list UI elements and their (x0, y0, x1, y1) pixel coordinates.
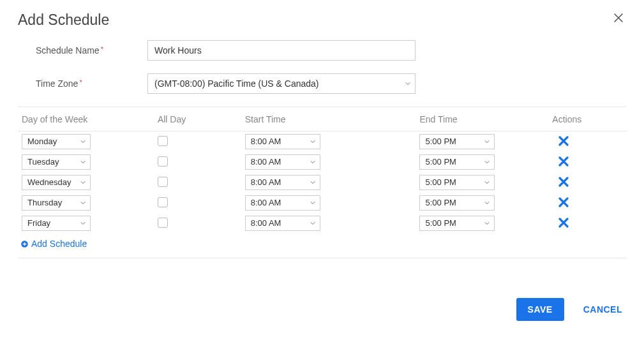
end-time-select[interactable]: 5:00 PM (419, 195, 495, 211)
day-value: Tuesday (27, 155, 59, 169)
day-select[interactable]: Friday (22, 216, 91, 231)
end-time-select[interactable]: 5:00 PM (419, 154, 495, 170)
all-day-checkbox[interactable] (158, 156, 168, 167)
start-time-select[interactable]: 8:00 AM (245, 195, 320, 211)
day-value: Monday (27, 135, 57, 149)
header-start-time: Start Time (241, 107, 416, 131)
table-row: Friday8:00 AM5:00 PM (18, 213, 626, 234)
all-day-checkbox[interactable] (158, 197, 168, 207)
day-select[interactable]: Wednesday (22, 175, 91, 190)
day-value: Friday (27, 216, 50, 230)
delete-row-icon[interactable] (558, 177, 569, 187)
header-all-day: All Day (154, 107, 241, 131)
schedule-name-input[interactable] (147, 40, 416, 61)
day-value: Wednesday (27, 175, 71, 189)
add-schedule-link[interactable]: Add Schedule (18, 234, 89, 251)
end-time-value: 5:00 PM (425, 155, 456, 169)
end-time-select[interactable]: 5:00 PM (419, 134, 495, 149)
table-row: Wednesday8:00 AM5:00 PM (18, 172, 626, 193)
form-area: Schedule Name* Time Zone* (GMT-08:00) Pa… (18, 40, 626, 94)
required-star-icon: * (101, 45, 103, 53)
start-time-value: 8:00 AM (251, 155, 281, 169)
delete-row-icon[interactable] (558, 136, 569, 146)
dialog-title: Add Schedule (18, 11, 109, 29)
schedule-name-label: Schedule Name* (36, 45, 147, 56)
dialog-footer: SAVE CANCEL (18, 298, 626, 321)
start-time-select[interactable]: 8:00 AM (245, 216, 320, 231)
time-zone-label: Time Zone* (36, 78, 147, 89)
header-day: Day of the Week (18, 107, 154, 131)
start-time-value: 8:00 AM (251, 216, 281, 230)
cancel-button[interactable]: CANCEL (580, 304, 626, 315)
delete-row-icon[interactable] (558, 218, 569, 228)
all-day-checkbox[interactable] (158, 177, 168, 187)
header-end-time: End Time (416, 107, 548, 131)
start-time-select[interactable]: 8:00 AM (245, 154, 320, 170)
day-select[interactable]: Tuesday (22, 154, 91, 170)
time-zone-value: (GMT-08:00) Pacific Time (US & Canada) (154, 77, 319, 90)
header-actions: Actions (548, 107, 626, 131)
start-time-value: 8:00 AM (251, 135, 281, 149)
schedule-table: Day of the Week All Day Start Time End T… (18, 107, 626, 234)
dialog-header: Add Schedule (18, 10, 626, 40)
day-select[interactable]: Monday (22, 134, 91, 149)
plus-circle-icon (20, 240, 29, 248)
time-zone-row: Time Zone* (GMT-08:00) Pacific Time (US … (36, 73, 626, 94)
add-schedule-link-text: Add Schedule (31, 239, 87, 249)
end-time-value: 5:00 PM (425, 196, 456, 210)
table-row: Tuesday8:00 AM5:00 PM (18, 152, 626, 172)
table-row: Thursday8:00 AM5:00 PM (18, 193, 626, 213)
end-time-value: 5:00 PM (425, 175, 456, 189)
table-row: Monday8:00 AM5:00 PM (18, 131, 626, 152)
end-time-select[interactable]: 5:00 PM (419, 216, 495, 231)
schedule-name-label-text: Schedule Name (36, 45, 100, 56)
day-select[interactable]: Thursday (22, 195, 91, 211)
start-time-select[interactable]: 8:00 AM (245, 134, 320, 149)
time-zone-select[interactable]: (GMT-08:00) Pacific Time (US & Canada) (147, 73, 416, 94)
start-time-value: 8:00 AM (251, 175, 281, 189)
required-star-icon: * (79, 78, 82, 86)
all-day-checkbox[interactable] (158, 218, 168, 228)
add-schedule-dialog: Add Schedule Schedule Name* Time Zone* (… (0, 0, 644, 339)
schedule-name-row: Schedule Name* (36, 40, 626, 61)
time-zone-label-text: Time Zone (36, 78, 78, 89)
start-time-select[interactable]: 8:00 AM (245, 175, 320, 190)
delete-row-icon[interactable] (558, 197, 569, 207)
start-time-value: 8:00 AM (251, 196, 281, 210)
divider (18, 258, 626, 258)
end-time-select[interactable]: 5:00 PM (419, 175, 495, 190)
delete-row-icon[interactable] (558, 156, 569, 167)
close-icon[interactable] (611, 10, 626, 27)
save-button[interactable]: SAVE (516, 298, 564, 321)
end-time-value: 5:00 PM (425, 135, 456, 149)
day-value: Thursday (27, 196, 62, 210)
end-time-value: 5:00 PM (425, 216, 456, 230)
all-day-checkbox[interactable] (158, 136, 168, 146)
